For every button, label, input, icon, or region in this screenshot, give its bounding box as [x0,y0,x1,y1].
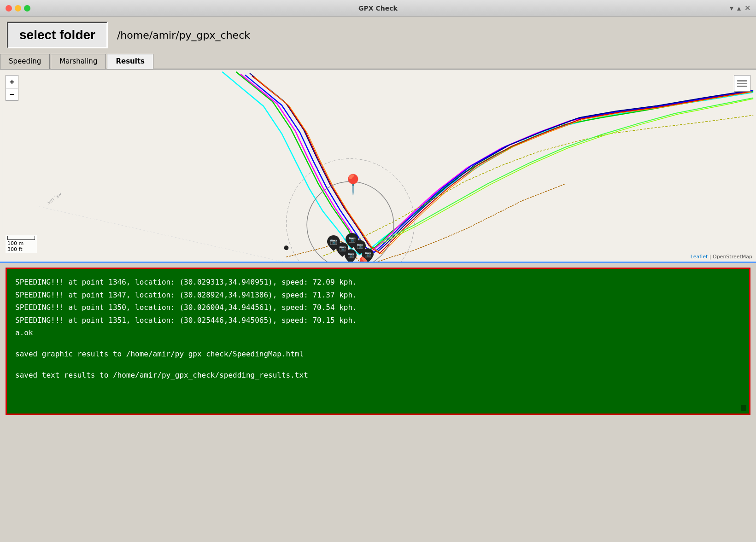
layers-button[interactable] [734,75,750,92]
output-panel: SPEEDING!!! at point 1346, location: (30… [6,268,750,415]
scale-label-meters: 100 m [7,240,35,246]
tab-results[interactable]: Results [107,54,153,69]
location-pin-green: 📍 [341,173,365,196]
output-line-1: SPEEDING!!! at point 1346, location: (30… [15,276,741,288]
output-line-2: SPEEDING!!! at point 1347, location: (30… [15,289,741,301]
zoom-in-button[interactable]: + [6,75,18,88]
zoom-out-button[interactable]: − [6,88,18,101]
minimize-button[interactable]: ▾ [730,4,733,12]
svg-rect-0 [3,70,753,262]
svg-rect-13 [737,83,747,84]
leaflet-link[interactable]: Leaflet [691,254,708,260]
output-line-4: SPEEDING!!! at point 1351, location: (30… [15,315,741,326]
map-zoom-controls: + − [6,75,18,101]
map-attribution: Leaflet | OpenStreetMap [691,254,752,260]
svg-rect-12 [737,80,747,82]
window-title: GPX Check [358,5,398,12]
svg-line-1 [39,207,323,262]
tab-marshaling[interactable]: Marshaling [51,54,106,69]
tabs-row: Speeding Marshaling Results [0,53,756,70]
output-line-3: SPEEDING!!! at point 1350, location: (30… [15,302,741,314]
layers-icon [737,78,747,88]
scroll-indicator [741,405,746,411]
minimize-dot[interactable] [15,5,21,12]
select-folder-button[interactable]: select folder [7,22,108,48]
header-row: select folder /home/amir/py_gpx_check [0,17,756,53]
output-line-9: saved text results to /home/amir/py_gpx_… [15,369,741,381]
map-background: אצ' חוצ [0,70,756,262]
scale-label-feet: 300 ft [7,246,35,252]
osm-attribution: OpenStreetMap [713,254,752,260]
folder-path: /home/amir/py_gpx_check [117,29,250,41]
close-dot[interactable] [6,5,12,12]
window-controls [6,5,30,12]
scale-bar [7,236,35,240]
output-spacer-2 [15,361,741,369]
close-button[interactable]: ✕ [744,4,750,12]
tab-speeding[interactable]: Speeding [0,54,50,69]
main-window: select folder /home/amir/py_gpx_check Sp… [0,17,756,542]
output-spacer-1 [15,340,741,348]
map-scale: 100 m 300 ft [6,235,37,253]
titlebar-right-controls: ▾ ▴ ✕ [730,4,750,12]
titlebar: GPX Check ▾ ▴ ✕ [0,0,756,17]
maximize-button[interactable]: ▴ [737,4,741,12]
output-line-5: a.ok [15,327,741,339]
output-line-7: saved graphic results to /home/amir/py_g… [15,348,741,360]
svg-rect-14 [737,86,747,87]
svg-point-5 [284,245,288,250]
svg-text:אצ' חוצ: אצ' חוצ [46,191,63,206]
black-marker: 📌 [350,256,369,263]
map-container[interactable]: אצ' חוצ [0,70,756,263]
maximize-dot[interactable] [24,5,30,12]
